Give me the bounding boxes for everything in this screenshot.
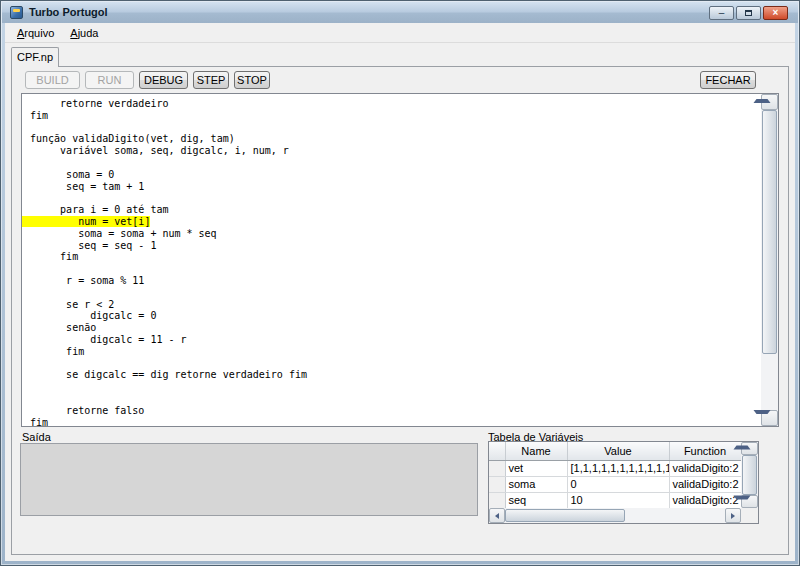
arrow-down-icon: [754, 410, 771, 426]
row-header-corner[interactable]: [489, 442, 505, 460]
menu-item-arquivo[interactable]: Arquivo: [9, 24, 62, 42]
code-line[interactable]: se r < 2: [30, 299, 761, 311]
code-line[interactable]: [30, 157, 761, 169]
scroll-right-button[interactable]: [725, 508, 741, 523]
code-line[interactable]: digcalc = 11 - r: [30, 334, 761, 346]
scrollbar-thumb[interactable]: [742, 455, 757, 495]
variables-grid: Name Value Function vet[1,1,1,1,1,1,1,1,…: [488, 441, 759, 524]
code-editor[interactable]: retorne verdadeirofim função validaDigit…: [21, 93, 779, 427]
scrollbar-thumb[interactable]: [505, 509, 625, 522]
code-line[interactable]: fim: [30, 251, 761, 263]
window-title: Turbo Portugol: [29, 2, 108, 23]
scroll-up-button[interactable]: [741, 442, 758, 455]
code-line[interactable]: [30, 393, 761, 405]
table-header-row: Name Value Function: [489, 442, 741, 460]
code-line[interactable]: [30, 287, 761, 299]
fechar-button[interactable]: FECHAR: [700, 71, 756, 89]
cell-function[interactable]: validaDigito:2: [669, 460, 741, 476]
row-header[interactable]: [489, 460, 505, 476]
arrow-up-icon: [734, 437, 751, 450]
scrollbar-thumb[interactable]: [762, 110, 777, 354]
code-line[interactable]: soma = soma + num * seq: [30, 228, 761, 240]
code-line[interactable]: r = soma % 11: [30, 275, 761, 287]
cell-name[interactable]: vet: [505, 460, 567, 476]
code-line[interactable]: num = vet[i]: [30, 216, 761, 228]
column-header-function[interactable]: Function: [669, 442, 741, 460]
code-line[interactable]: soma = 0: [30, 169, 761, 181]
code-line[interactable]: se digcalc == dig retorne verdadeiro fim: [30, 369, 761, 381]
code-line[interactable]: retorne falso: [30, 405, 761, 417]
client-area: ArquivoAjuda CPF.np BUILDRUNDEBUGSTEPSTO…: [5, 23, 795, 561]
toolbar-button-stop[interactable]: STOP: [234, 71, 270, 89]
maximize-button[interactable]: [736, 6, 761, 20]
output-label: Saída: [22, 431, 51, 443]
minimize-button[interactable]: –: [709, 6, 734, 20]
cell-name[interactable]: soma: [505, 476, 567, 492]
code-line[interactable]: seq = tam + 1: [30, 181, 761, 193]
tab-panel: BUILDRUNDEBUGSTEPSTOP FECHAR retorne ver…: [11, 66, 789, 555]
scroll-left-button[interactable]: [489, 508, 505, 523]
cell-function[interactable]: validaDigito:2: [669, 492, 741, 508]
app-window: Turbo Portugol – × ArquivoAjuda CPF.np B…: [0, 0, 800, 566]
editor-vertical-scrollbar[interactable]: [761, 94, 778, 426]
code-line[interactable]: [30, 192, 761, 204]
cell-name[interactable]: seq: [505, 492, 567, 508]
code-line[interactable]: retorne verdadeiro: [30, 98, 761, 110]
arrow-left-icon: [495, 513, 499, 519]
title-bar: Turbo Portugol – ×: [2, 2, 798, 23]
variables-table: Name Value Function vet[1,1,1,1,1,1,1,1,…: [489, 442, 742, 509]
variables-table-body: vet[1,1,1,1,1,1,1,1,1,1,1]validaDigito:2…: [489, 460, 741, 508]
cell-value[interactable]: [1,1,1,1,1,1,1,1,1,1,1]: [567, 460, 669, 476]
code-line[interactable]: [30, 381, 761, 393]
toolbar-button-debug[interactable]: DEBUG: [139, 71, 188, 89]
variable-row[interactable]: soma0validaDigito:2: [489, 476, 741, 492]
toolbar-button-run[interactable]: RUN: [85, 71, 134, 89]
code-line[interactable]: fim: [30, 417, 761, 426]
menu-item-ajuda[interactable]: Ajuda: [62, 24, 106, 42]
close-icon: ×: [773, 7, 779, 18]
scroll-down-button[interactable]: [761, 410, 778, 426]
app-icon: [10, 6, 23, 19]
minimize-icon: –: [719, 7, 725, 18]
arrow-down-icon: [734, 495, 751, 508]
column-header-value[interactable]: Value: [567, 442, 669, 460]
cell-value[interactable]: 10: [567, 492, 669, 508]
variable-row[interactable]: vet[1,1,1,1,1,1,1,1,1,1,1]validaDigito:2: [489, 460, 741, 476]
code-area[interactable]: retorne verdadeirofim função validaDigit…: [22, 94, 761, 426]
row-header[interactable]: [489, 476, 505, 492]
code-line[interactable]: função validaDigito(vet, dig, tam): [30, 133, 761, 145]
code-line[interactable]: variável soma, seq, digcalc, i, num, r: [30, 145, 761, 157]
close-button[interactable]: ×: [763, 6, 788, 20]
toolbar-button-step[interactable]: STEP: [193, 71, 229, 89]
toolbar-button-build[interactable]: BUILD: [25, 71, 80, 89]
grid-vertical-scrollbar[interactable]: [741, 442, 758, 508]
debug-current-line-highlight: num = vet[i]: [22, 216, 150, 227]
code-line[interactable]: para i = 0 até tam: [30, 204, 761, 216]
row-header[interactable]: [489, 492, 505, 508]
code-line[interactable]: senão: [30, 322, 761, 334]
grid-horizontal-scrollbar[interactable]: [489, 508, 741, 523]
column-header-name[interactable]: Name: [505, 442, 567, 460]
cell-function[interactable]: validaDigito:2: [669, 476, 741, 492]
output-panel[interactable]: [20, 443, 478, 516]
tab-cpf-np[interactable]: CPF.np: [11, 47, 59, 67]
code-line[interactable]: digcalc = 0: [30, 310, 761, 322]
code-line[interactable]: [30, 122, 761, 134]
cell-value[interactable]: 0: [567, 476, 669, 492]
arrow-right-icon: [731, 513, 735, 519]
code-line[interactable]: [30, 263, 761, 275]
toolbar-buttons: BUILDRUNDEBUGSTEPSTOP: [25, 71, 270, 89]
code-line[interactable]: fim: [30, 346, 761, 358]
code-line[interactable]: fim: [30, 110, 761, 122]
menu-bar: ArquivoAjuda: [5, 23, 795, 43]
maximize-icon: [745, 10, 752, 16]
scrollbar-corner: [741, 508, 758, 523]
scroll-down-button[interactable]: [741, 495, 758, 508]
code-line[interactable]: seq = seq - 1: [30, 240, 761, 252]
scroll-up-button[interactable]: [761, 94, 778, 110]
window-controls: – ×: [709, 6, 788, 20]
code-line[interactable]: [30, 358, 761, 370]
arrow-up-icon: [754, 87, 771, 103]
variable-row[interactable]: seq10validaDigito:2: [489, 492, 741, 508]
